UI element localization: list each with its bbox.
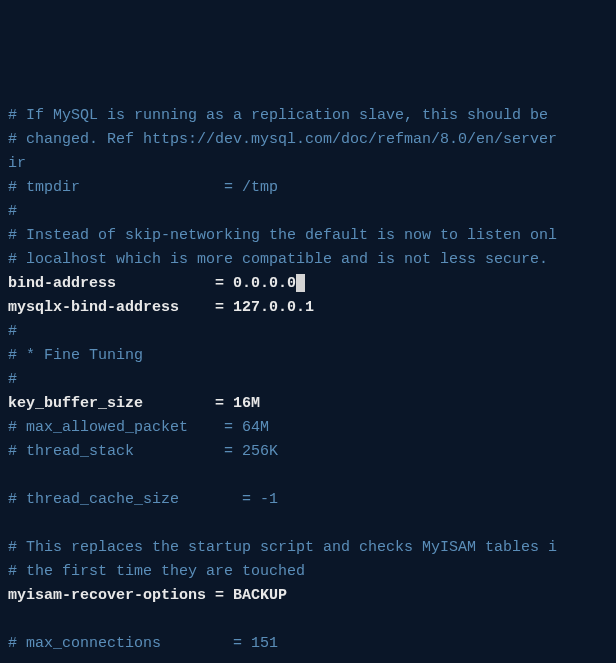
config-key: mysqlx-bind-address	[8, 299, 215, 316]
editor-line: # localhost which is more compatible and…	[8, 248, 608, 272]
editor-line: mysqlx-bind-address = 127.0.0.1	[8, 296, 608, 320]
editor-line: #	[8, 368, 608, 392]
config-separator: =	[215, 299, 233, 316]
config-value: 127.0.0.1	[233, 299, 314, 316]
comment-text: # thread_stack = 256K	[8, 443, 278, 460]
comment-text: #	[8, 371, 17, 388]
comment-text: # If MySQL is running as a replication s…	[8, 107, 557, 124]
config-key: key_buffer_size	[8, 395, 215, 412]
editor-line: # * Fine Tuning	[8, 344, 608, 368]
comment-text: ir	[8, 155, 26, 172]
config-separator: =	[215, 587, 233, 604]
config-value: 0.0.0.0	[233, 275, 296, 292]
editor-line: # changed. Ref https://dev.mysql.com/doc…	[8, 128, 608, 152]
config-key: myisam-recover-options	[8, 587, 215, 604]
comment-text: # * Fine Tuning	[8, 347, 143, 364]
editor-line: # thread_stack = 256K	[8, 440, 608, 464]
comment-text: # max_connections = 151	[8, 635, 278, 652]
comment-text: #	[8, 323, 17, 340]
editor-line: # the first time they are touched	[8, 560, 608, 584]
editor-line: #	[8, 320, 608, 344]
comment-text: # Instead of skip-networking the default…	[8, 227, 557, 244]
editor-line: ir	[8, 152, 608, 176]
editor-line: bind-address = 0.0.0.0	[8, 272, 608, 296]
config-value: BACKUP	[233, 587, 287, 604]
config-separator: =	[215, 395, 233, 412]
editor-line: # max_connections = 151	[8, 632, 608, 656]
editor-line: myisam-recover-options = BACKUP	[8, 584, 608, 608]
comment-text: # localhost which is more compatible and…	[8, 251, 548, 268]
comment-text: # max_allowed_packet = 64M	[8, 419, 269, 436]
comment-text: # This replaces the startup script and c…	[8, 539, 557, 556]
editor-line: # Instead of skip-networking the default…	[8, 224, 608, 248]
config-value: 16M	[233, 395, 260, 412]
editor-line	[8, 512, 608, 536]
comment-text: # changed. Ref https://dev.mysql.com/doc…	[8, 131, 557, 148]
editor-line	[8, 608, 608, 632]
editor-line: # This replaces the startup script and c…	[8, 536, 608, 560]
comment-text: # thread_cache_size = -1	[8, 491, 278, 508]
text-cursor	[296, 274, 305, 292]
editor-line: key_buffer_size = 16M	[8, 392, 608, 416]
terminal-editor[interactable]: # If MySQL is running as a replication s…	[8, 104, 608, 656]
editor-line: # thread_cache_size = -1	[8, 488, 608, 512]
editor-line: # max_allowed_packet = 64M	[8, 416, 608, 440]
comment-text: #	[8, 203, 17, 220]
editor-line: # If MySQL is running as a replication s…	[8, 104, 608, 128]
editor-line: # tmpdir = /tmp	[8, 176, 608, 200]
comment-text: # the first time they are touched	[8, 563, 305, 580]
comment-text: # tmpdir = /tmp	[8, 179, 278, 196]
config-key: bind-address	[8, 275, 215, 292]
editor-line	[8, 464, 608, 488]
editor-line: #	[8, 200, 608, 224]
config-separator: =	[215, 275, 233, 292]
